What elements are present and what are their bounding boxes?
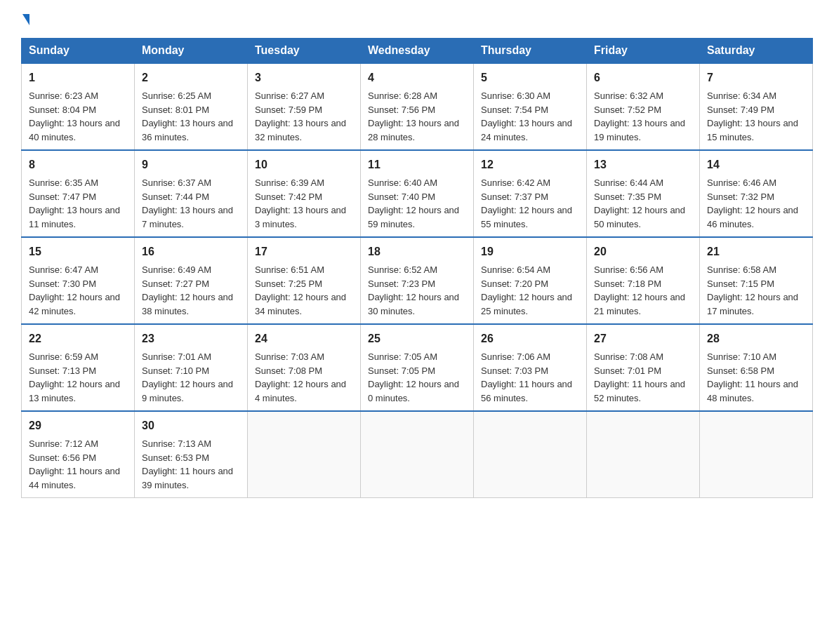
day-info: Sunrise: 6:58 AMSunset: 7:15 PMDaylight:…: [707, 263, 805, 318]
day-number: 2: [142, 69, 240, 86]
day-info: Sunrise: 6:30 AMSunset: 7:54 PMDaylight:…: [481, 89, 579, 144]
day-number: 29: [29, 417, 127, 434]
calendar-empty-cell: [248, 411, 361, 498]
calendar-day-20: 20Sunrise: 6:56 AMSunset: 7:18 PMDayligh…: [587, 237, 700, 324]
day-number: 26: [481, 330, 579, 347]
calendar-day-3: 3Sunrise: 6:27 AMSunset: 7:59 PMDaylight…: [248, 63, 361, 150]
calendar-day-29: 29Sunrise: 7:12 AMSunset: 6:56 PMDayligh…: [22, 411, 135, 498]
day-number: 5: [481, 69, 579, 86]
day-number: 24: [255, 330, 353, 347]
logo: [21, 14, 29, 25]
day-number: 9: [142, 156, 240, 173]
day-number: 3: [255, 69, 353, 86]
day-number: 15: [29, 243, 127, 260]
day-number: 20: [594, 243, 692, 260]
day-info: Sunrise: 7:13 AMSunset: 6:53 PMDaylight:…: [142, 437, 240, 492]
day-info: Sunrise: 6:35 AMSunset: 7:47 PMDaylight:…: [29, 176, 127, 231]
day-info: Sunrise: 7:10 AMSunset: 6:58 PMDaylight:…: [707, 350, 805, 405]
day-info: Sunrise: 6:42 AMSunset: 7:37 PMDaylight:…: [481, 176, 579, 231]
day-info: Sunrise: 7:01 AMSunset: 7:10 PMDaylight:…: [142, 350, 240, 405]
day-info: Sunrise: 6:54 AMSunset: 7:20 PMDaylight:…: [481, 263, 579, 318]
day-info: Sunrise: 7:05 AMSunset: 7:05 PMDaylight:…: [368, 350, 466, 405]
day-number: 6: [594, 69, 692, 86]
day-number: 13: [594, 156, 692, 173]
calendar-week-5: 29Sunrise: 7:12 AMSunset: 6:56 PMDayligh…: [22, 411, 813, 498]
page-header: [21, 14, 813, 25]
calendar-week-3: 15Sunrise: 6:47 AMSunset: 7:30 PMDayligh…: [22, 237, 813, 324]
day-info: Sunrise: 6:39 AMSunset: 7:42 PMDaylight:…: [255, 176, 353, 231]
day-info: Sunrise: 6:56 AMSunset: 7:18 PMDaylight:…: [594, 263, 692, 318]
calendar-header-friday: Friday: [587, 39, 700, 64]
calendar-header-thursday: Thursday: [474, 39, 587, 64]
day-info: Sunrise: 6:59 AMSunset: 7:13 PMDaylight:…: [29, 350, 127, 405]
calendar-day-25: 25Sunrise: 7:05 AMSunset: 7:05 PMDayligh…: [361, 324, 474, 411]
calendar-empty-cell: [474, 411, 587, 498]
calendar-day-23: 23Sunrise: 7:01 AMSunset: 7:10 PMDayligh…: [135, 324, 248, 411]
day-info: Sunrise: 6:40 AMSunset: 7:40 PMDaylight:…: [368, 176, 466, 231]
day-number: 17: [255, 243, 353, 260]
calendar-day-15: 15Sunrise: 6:47 AMSunset: 7:30 PMDayligh…: [22, 237, 135, 324]
day-number: 1: [29, 69, 127, 86]
calendar-day-21: 21Sunrise: 6:58 AMSunset: 7:15 PMDayligh…: [700, 237, 813, 324]
day-info: Sunrise: 6:23 AMSunset: 8:04 PMDaylight:…: [29, 89, 127, 144]
calendar-day-11: 11Sunrise: 6:40 AMSunset: 7:40 PMDayligh…: [361, 150, 474, 237]
day-info: Sunrise: 6:52 AMSunset: 7:23 PMDaylight:…: [368, 263, 466, 318]
calendar-day-9: 9Sunrise: 6:37 AMSunset: 7:44 PMDaylight…: [135, 150, 248, 237]
day-info: Sunrise: 6:44 AMSunset: 7:35 PMDaylight:…: [594, 176, 692, 231]
day-number: 10: [255, 156, 353, 173]
calendar-day-18: 18Sunrise: 6:52 AMSunset: 7:23 PMDayligh…: [361, 237, 474, 324]
calendar-day-10: 10Sunrise: 6:39 AMSunset: 7:42 PMDayligh…: [248, 150, 361, 237]
day-info: Sunrise: 6:37 AMSunset: 7:44 PMDaylight:…: [142, 176, 240, 231]
calendar-week-2: 8Sunrise: 6:35 AMSunset: 7:47 PMDaylight…: [22, 150, 813, 237]
calendar-day-28: 28Sunrise: 7:10 AMSunset: 6:58 PMDayligh…: [700, 324, 813, 411]
day-number: 21: [707, 243, 805, 260]
day-info: Sunrise: 6:28 AMSunset: 7:56 PMDaylight:…: [368, 89, 466, 144]
day-number: 4: [368, 69, 466, 86]
calendar-empty-cell: [700, 411, 813, 498]
calendar-header-monday: Monday: [135, 39, 248, 64]
day-number: 30: [142, 417, 240, 434]
calendar-header-sunday: Sunday: [22, 39, 135, 64]
calendar-header-wednesday: Wednesday: [361, 39, 474, 64]
calendar-empty-cell: [587, 411, 700, 498]
calendar-day-22: 22Sunrise: 6:59 AMSunset: 7:13 PMDayligh…: [22, 324, 135, 411]
calendar-table: SundayMondayTuesdayWednesdayThursdayFrid…: [21, 38, 813, 498]
day-info: Sunrise: 6:46 AMSunset: 7:32 PMDaylight:…: [707, 176, 805, 231]
day-info: Sunrise: 6:32 AMSunset: 7:52 PMDaylight:…: [594, 89, 692, 144]
calendar-day-30: 30Sunrise: 7:13 AMSunset: 6:53 PMDayligh…: [135, 411, 248, 498]
calendar-week-1: 1Sunrise: 6:23 AMSunset: 8:04 PMDaylight…: [22, 63, 813, 150]
day-info: Sunrise: 7:12 AMSunset: 6:56 PMDaylight:…: [29, 437, 127, 492]
calendar-day-7: 7Sunrise: 6:34 AMSunset: 7:49 PMDaylight…: [700, 63, 813, 150]
day-info: Sunrise: 6:47 AMSunset: 7:30 PMDaylight:…: [29, 263, 127, 318]
calendar-day-2: 2Sunrise: 6:25 AMSunset: 8:01 PMDaylight…: [135, 63, 248, 150]
calendar-header-saturday: Saturday: [700, 39, 813, 64]
day-info: Sunrise: 7:08 AMSunset: 7:01 PMDaylight:…: [594, 350, 692, 405]
day-number: 7: [707, 69, 805, 86]
day-number: 23: [142, 330, 240, 347]
day-number: 28: [707, 330, 805, 347]
calendar-day-4: 4Sunrise: 6:28 AMSunset: 7:56 PMDaylight…: [361, 63, 474, 150]
day-number: 19: [481, 243, 579, 260]
day-number: 11: [368, 156, 466, 173]
calendar-day-17: 17Sunrise: 6:51 AMSunset: 7:25 PMDayligh…: [248, 237, 361, 324]
day-info: Sunrise: 6:27 AMSunset: 7:59 PMDaylight:…: [255, 89, 353, 144]
calendar-day-1: 1Sunrise: 6:23 AMSunset: 8:04 PMDaylight…: [22, 63, 135, 150]
day-info: Sunrise: 6:34 AMSunset: 7:49 PMDaylight:…: [707, 89, 805, 144]
calendar-day-19: 19Sunrise: 6:54 AMSunset: 7:20 PMDayligh…: [474, 237, 587, 324]
day-number: 12: [481, 156, 579, 173]
day-number: 22: [29, 330, 127, 347]
day-number: 8: [29, 156, 127, 173]
calendar-day-8: 8Sunrise: 6:35 AMSunset: 7:47 PMDaylight…: [22, 150, 135, 237]
day-info: Sunrise: 6:49 AMSunset: 7:27 PMDaylight:…: [142, 263, 240, 318]
day-number: 16: [142, 243, 240, 260]
calendar-header-row: SundayMondayTuesdayWednesdayThursdayFrid…: [22, 39, 813, 64]
logo-triangle-icon: [22, 14, 29, 25]
calendar-day-13: 13Sunrise: 6:44 AMSunset: 7:35 PMDayligh…: [587, 150, 700, 237]
calendar-day-12: 12Sunrise: 6:42 AMSunset: 7:37 PMDayligh…: [474, 150, 587, 237]
calendar-week-4: 22Sunrise: 6:59 AMSunset: 7:13 PMDayligh…: [22, 324, 813, 411]
day-number: 14: [707, 156, 805, 173]
day-number: 25: [368, 330, 466, 347]
calendar-day-14: 14Sunrise: 6:46 AMSunset: 7:32 PMDayligh…: [700, 150, 813, 237]
calendar-empty-cell: [361, 411, 474, 498]
calendar-day-16: 16Sunrise: 6:49 AMSunset: 7:27 PMDayligh…: [135, 237, 248, 324]
